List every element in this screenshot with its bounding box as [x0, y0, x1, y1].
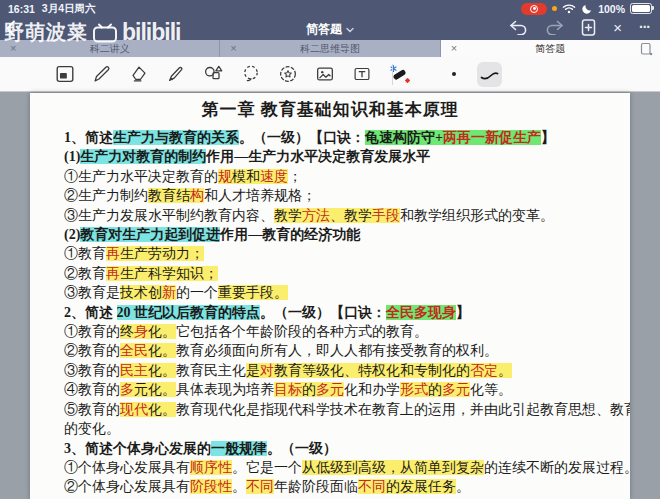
text-icon[interactable] — [351, 63, 373, 85]
doc-line: ②生产力制约教育结构和人才培养规格； — [64, 186, 610, 205]
lasso-icon[interactable] — [240, 63, 262, 85]
tab-close-icon[interactable]: × — [230, 41, 236, 56]
tab-kee-lecture[interactable]: × 科二讲义 — [0, 40, 220, 57]
doc-line: 的变化。 — [64, 419, 610, 438]
nav-bar: 简答题 — [0, 17, 660, 40]
doc-line: ①教育的终身化。它包括各个年龄阶段的各种方式的教育。 — [64, 322, 610, 341]
eraser-icon[interactable] — [128, 63, 150, 85]
more-button[interactable]: ··· — [639, 20, 650, 35]
wifi-icon — [562, 3, 576, 14]
status-bar: 16:31 3月4日周六 100% — [0, 0, 660, 17]
doc-line: ②个体身心发展具有阶段性。不同年龄阶段面临不同的发展任务。 — [64, 477, 610, 496]
tab-close-icon[interactable]: × — [10, 41, 16, 56]
page-export-icon[interactable] — [640, 42, 653, 58]
clock: 16:31 — [8, 3, 35, 15]
doc-line: ③生产力发展水平制约教育内容、教学方法、教学手段和教学组织形式的变革。 — [64, 206, 610, 225]
document-page[interactable]: 第一章 教育基础知识和基本原理 1、简述生产力与教育的关系。（一级）【口诀：龟速… — [30, 93, 630, 499]
toolbar-separator — [392, 64, 393, 85]
back-chevron-icon — [5, 20, 16, 37]
doc-line: ①生产力水平决定教育的规模和速度； — [64, 167, 610, 186]
chevron-down-icon — [346, 27, 354, 33]
close-note-button[interactable]: × — [613, 20, 622, 35]
note-title-menu[interactable]: 简答题 — [306, 21, 354, 38]
doc-line: (2)教育对生产力起到促进作用—教育的经济功能 — [64, 225, 610, 244]
document-area: 第一章 教育基础知识和基本原理 1、简述生产力与教育的关系。（一级）【口诀：龟速… — [0, 93, 660, 499]
doc-line: 2、简述 20 世纪以后教育的特点。（一级）【口诀：全民多现身】 — [64, 303, 610, 322]
doc-line: ⑤教育的现代化。教育现代化是指现代科学技术在教育上的运用，并由此引起教育思想、教… — [64, 400, 610, 419]
chapter-title: 第一章 教育基础知识和基本原理 — [64, 99, 596, 121]
tab-mindmap[interactable]: × 科二思维导图 — [220, 40, 440, 57]
doc-line: 1、简述生产力与教育的关系。（一级）【口诀：龟速构防守+两再一新促生产】 — [64, 128, 610, 147]
shapes-icon[interactable] — [202, 63, 225, 85]
pages-icon[interactable] — [54, 63, 76, 85]
redo-button[interactable] — [545, 20, 564, 35]
doc-line: 3、简述个体身心发展的一般规律。（一级） — [64, 439, 610, 458]
doc-line: (1)生产力对教育的制约作用—生产力水平决定教育发展水平 — [64, 147, 610, 166]
record-icon — [530, 5, 538, 13]
doc-line: ①教育再生产劳动力； — [64, 244, 610, 263]
microphone-privacy-dot — [552, 6, 557, 11]
do-not-disturb-moon-icon — [581, 3, 593, 15]
ipad-screen: 16:31 3月4日周六 100% — [0, 0, 660, 499]
doc-line: ①个体身心发展具有顺序性。它是一个从低级到高级，从简单到复杂的连续不断的发展过程… — [64, 458, 610, 477]
sticker-icon[interactable] — [277, 63, 299, 85]
doc-lines: 1、简述生产力与教育的关系。（一级）【口诀：龟速构防守+两再一新促生产】(1)生… — [64, 128, 610, 499]
stroke-preview-icon — [480, 69, 499, 81]
tab-label: 科二讲义 — [90, 42, 130, 56]
undo-button[interactable] — [509, 20, 528, 35]
date: 3月4日周六 — [42, 2, 96, 16]
battery-percent: 100% — [598, 3, 625, 15]
back-button[interactable] — [5, 20, 16, 41]
doc-line: ②教育再生产科学知识； — [64, 264, 610, 283]
tab-short-answer[interactable]: × 简答题 — [441, 40, 660, 57]
tab-close-icon[interactable]: × — [451, 41, 457, 56]
selected-stroke-tool[interactable] — [477, 62, 502, 87]
doc-line: ③教育的民主化。教育民主化是对教育等级化、特权化和专制化的否定。 — [64, 361, 610, 380]
stroke-size-dot[interactable] — [452, 72, 456, 76]
tab-label: 科二思维导图 — [300, 42, 360, 56]
image-icon[interactable] — [314, 63, 336, 85]
top-bars: 16:31 3月4日周六 100% — [0, 0, 660, 40]
screen-recording-indicator[interactable] — [521, 3, 547, 15]
battery-icon — [630, 3, 652, 14]
pen-icon[interactable] — [91, 63, 113, 85]
doc-line: ③教育是技术创新的一个重要手段。 — [64, 283, 610, 302]
tab-bar: × 科二讲义 × 科二思维导图 × 简答题 — [0, 40, 660, 57]
tab-label: 简答题 — [535, 42, 565, 56]
highlighter-icon[interactable] — [165, 63, 187, 85]
note-title: 简答题 — [306, 21, 342, 38]
add-page-button[interactable] — [581, 19, 596, 36]
doc-line: ②教育的全民化。教育必须面向所有人，即人人都有接受教育的权利。 — [64, 341, 610, 360]
doc-line: ④教育的多元化。具体表现为培养目标的多元化和办学形式的多元化等。 — [64, 380, 610, 399]
toolbar — [0, 57, 660, 92]
